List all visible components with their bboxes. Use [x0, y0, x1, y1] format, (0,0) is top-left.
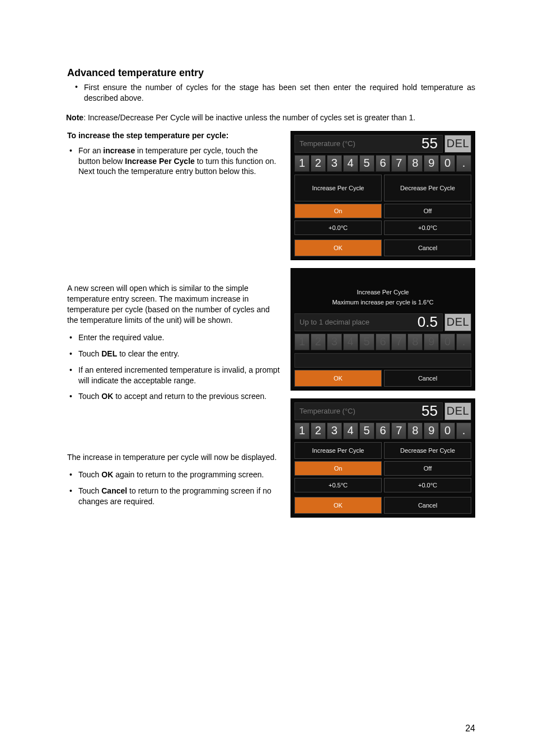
key-1[interactable]: 1: [294, 422, 310, 439]
ok-button[interactable]: OK: [294, 497, 382, 514]
intro-bullet: • First ensure the number of cycles for …: [75, 82, 475, 104]
increment-input[interactable]: Up to 1 decimal place 0.5: [294, 313, 443, 331]
blank-bar: [294, 353, 471, 368]
increase-per-cycle-label: Increase Per Cycle: [294, 175, 382, 201]
bullet-cancel: •Touch Cancel to return to the programmi…: [67, 486, 280, 507]
key-4[interactable]: 4: [343, 422, 358, 439]
increase-per-cycle-label: Increase Per Cycle: [294, 442, 382, 459]
panel-b-sub: Maximum increase per cycle is 1.6°C: [294, 299, 471, 313]
increase-on-button[interactable]: On: [294, 461, 382, 476]
key-2[interactable]: 2: [311, 422, 326, 439]
key-4[interactable]: 4: [343, 155, 358, 172]
key-8[interactable]: 8: [407, 334, 423, 350]
key-1[interactable]: 1: [294, 334, 310, 350]
decrease-off-button[interactable]: Off: [384, 204, 471, 218]
key-dot[interactable]: .: [456, 422, 471, 439]
page-number: 24: [465, 724, 475, 734]
bullet-invalid: •If an entered incremented temperature i…: [67, 365, 280, 386]
decrease-per-cycle-label: Decrease Per Cycle: [384, 175, 471, 201]
cancel-button[interactable]: Cancel: [384, 497, 471, 514]
key-5[interactable]: 5: [359, 155, 374, 172]
cancel-button[interactable]: Cancel: [384, 370, 471, 387]
bullet-del: •Touch DEL to clear the entry.: [67, 349, 280, 359]
key-6[interactable]: 6: [376, 334, 391, 350]
keypad: 1 2 3 4 5 6 7 8 9 0 .: [294, 155, 471, 172]
key-3[interactable]: 3: [327, 334, 342, 350]
key-0[interactable]: 0: [440, 422, 455, 439]
para-new-screen: A new screen will open which is similar …: [67, 283, 280, 326]
key-5[interactable]: 5: [359, 422, 374, 439]
key-6[interactable]: 6: [376, 155, 391, 172]
panel-temp-entry-a: Temperature (°C) 55 DEL 1 2 3 4 5 6 7 8 …: [291, 131, 475, 260]
bullet-increase-on: • For an increase in temperature per cyc…: [67, 145, 280, 177]
keypad: 1 2 3 4 5 6 7 8 9 0 .: [294, 334, 471, 350]
bullet-ok-accept: •Touch OK to accept and return to the pr…: [67, 391, 280, 402]
del-button[interactable]: DEL: [444, 402, 471, 420]
key-8[interactable]: 8: [407, 155, 423, 172]
key-2[interactable]: 2: [311, 334, 326, 350]
increase-value-button[interactable]: +0.5°C: [294, 478, 382, 492]
key-6[interactable]: 6: [376, 422, 391, 439]
ok-button[interactable]: OK: [294, 370, 382, 387]
increase-on-button[interactable]: On: [294, 204, 382, 218]
key-dot[interactable]: .: [456, 334, 471, 350]
decrease-value-button[interactable]: +0.0°C: [384, 220, 471, 235]
ok-button[interactable]: OK: [294, 240, 382, 256]
key-7[interactable]: 7: [391, 155, 406, 172]
subhead-increase: To increase the step temperature per cyc…: [67, 131, 280, 140]
key-9[interactable]: 9: [424, 334, 439, 350]
panel-b-title: Increase Per Cycle: [294, 272, 471, 299]
decrease-off-button[interactable]: Off: [384, 461, 471, 476]
key-5[interactable]: 5: [359, 334, 374, 350]
increase-value-button[interactable]: +0.0°C: [294, 220, 382, 235]
bullet-ok-again: •Touch OK again to return to the program…: [67, 469, 280, 480]
del-button[interactable]: DEL: [444, 135, 471, 153]
panel-temp-entry-c: Temperature (°C) 55 DEL 1 2 3 4 5 6 7 8 …: [291, 398, 475, 518]
key-0[interactable]: 0: [440, 334, 455, 350]
key-dot[interactable]: .: [456, 155, 471, 172]
panel-increase-entry: Increase Per Cycle Maximum increase per …: [291, 268, 475, 391]
key-2[interactable]: 2: [311, 155, 326, 172]
decrease-value-button[interactable]: +0.0°C: [384, 478, 471, 492]
bullet-enter-value: •Enter the required value.: [67, 332, 280, 343]
key-0[interactable]: 0: [440, 155, 455, 172]
key-4[interactable]: 4: [343, 334, 358, 350]
key-1[interactable]: 1: [294, 155, 310, 172]
note-line: Note: Increase/Decrease Per Cycle will b…: [66, 112, 475, 123]
key-7[interactable]: 7: [391, 422, 406, 439]
key-3[interactable]: 3: [327, 422, 342, 439]
key-8[interactable]: 8: [407, 422, 423, 439]
key-9[interactable]: 9: [424, 422, 439, 439]
decrease-per-cycle-label: Decrease Per Cycle: [384, 442, 471, 459]
page-title: Advanced temperature entry: [67, 67, 475, 79]
key-3[interactable]: 3: [327, 155, 342, 172]
temp-input[interactable]: Temperature (°C) 55: [294, 402, 443, 420]
key-7[interactable]: 7: [391, 334, 406, 350]
temp-input[interactable]: Temperature (°C) 55: [294, 135, 443, 153]
keypad: 1 2 3 4 5 6 7 8 9 0 .: [294, 422, 471, 439]
del-button[interactable]: DEL: [444, 313, 471, 331]
key-9[interactable]: 9: [424, 155, 439, 172]
para-displayed: The increase in temperature per cycle wi…: [67, 452, 280, 463]
cancel-button[interactable]: Cancel: [384, 240, 471, 256]
